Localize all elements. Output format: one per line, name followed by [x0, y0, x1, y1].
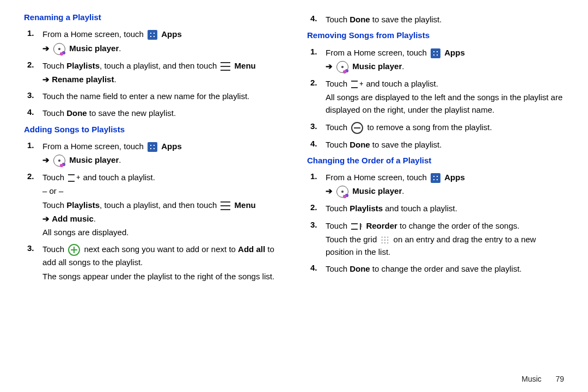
drag-grid-icon [381, 236, 389, 244]
steps-changing-order: 1. From a Home screen, touch Apps ➔ Musi… [307, 170, 564, 277]
step-number: 1. [307, 45, 326, 74]
step-number: 1. [24, 27, 42, 56]
text: and touch a playlist. [366, 79, 438, 88]
text: From a Home screen, touch [42, 29, 146, 39]
label-done: Done [66, 108, 87, 118]
label-reorder: Reorder [366, 221, 397, 230]
step-number: 3. [307, 120, 326, 135]
heading-renaming: Renaming a Playlist [24, 11, 281, 23]
text: Touch [42, 244, 66, 254]
heading-adding: Adding Songs to Playlists [24, 123, 281, 136]
label-menu: Menu [235, 200, 256, 210]
text: All songs are displayed to the left and … [326, 91, 564, 117]
manual-page: Renaming a Playlist 1. From a Home scree… [0, 0, 588, 392]
label-playlists: Playlists [66, 200, 100, 210]
text: to save the new playlist. [87, 108, 176, 118]
step: 3. Touch next each song you want to add … [24, 242, 281, 284]
text: Touch [326, 221, 350, 230]
step: 1. From a Home screen, touch Apps ➔ Musi… [24, 139, 281, 168]
label-done: Done [350, 264, 370, 273]
text: to remove a song from the playlist. [367, 122, 492, 132]
step: 2. Touch Playlists and touch a playlist. [307, 201, 564, 216]
step: 1. From a Home screen, touch Apps ➔ Musi… [307, 170, 564, 199]
step: 2. Touch Playlists, touch a playlist, an… [24, 58, 281, 87]
step: 1. From a Home screen, touch Apps ➔ Musi… [24, 27, 281, 56]
heading-removing: Removing Songs from Playlists [307, 29, 564, 41]
steps-removing: 1. From a Home screen, touch Apps ➔ Musi… [307, 45, 564, 152]
apps-icon [431, 173, 440, 183]
menu-icon [220, 62, 230, 71]
music-player-icon [53, 155, 65, 167]
step-number: 2. [24, 58, 42, 87]
label-add-all: Add all [238, 244, 265, 254]
label-music-player: Music player [69, 44, 119, 53]
text: to save the playlist. [370, 140, 442, 149]
label-done: Done [350, 15, 370, 24]
text: Touch [326, 122, 350, 132]
text-or: – or – [42, 185, 281, 197]
menu-icon [220, 201, 230, 210]
step-number: 1. [24, 139, 42, 168]
label-apps: Apps [444, 173, 465, 182]
step-number: 3. [24, 89, 42, 103]
label-apps: Apps [161, 142, 182, 151]
step-number: 4. [307, 12, 326, 27]
text: . [402, 186, 404, 195]
music-player-icon [336, 186, 348, 198]
text: . [94, 214, 96, 223]
text: . [114, 75, 116, 84]
right-column: 4. Touch Done to save the playlist. Remo… [307, 10, 564, 286]
text: All songs are displayed. [42, 226, 281, 238]
text: Touch [42, 173, 66, 182]
music-player-icon [53, 43, 65, 55]
label-rename-playlist: Rename playlist [52, 75, 114, 84]
text: From a Home screen, touch [326, 173, 429, 182]
step: 4. Touch Done to change the order and sa… [307, 261, 564, 276]
text: Touch [326, 204, 350, 213]
arrow-icon: ➔ [42, 75, 50, 84]
arrow-icon: ➔ [326, 62, 333, 71]
text: Touch [326, 140, 350, 149]
step-number: 1. [307, 170, 326, 199]
apps-icon [148, 142, 157, 152]
text: . [402, 62, 404, 71]
text: Touch [42, 61, 66, 70]
arrow-icon: ➔ [42, 44, 50, 53]
label-done: Done [350, 140, 370, 149]
add-circle-icon [68, 244, 80, 256]
label-music-player: Music player [352, 186, 402, 195]
label-music-player: Music player [352, 62, 402, 71]
text: Touch the name field to enter a new name… [42, 90, 281, 102]
text: From a Home screen, touch [42, 142, 146, 151]
page-footer: Music 79 [522, 375, 564, 383]
text: , touch a playlist, and then touch [100, 200, 219, 210]
label-playlists: Playlists [350, 204, 383, 213]
text: . [119, 44, 121, 53]
apps-icon [148, 30, 157, 40]
text: Touch [42, 200, 66, 210]
step-number: 3. [307, 218, 326, 260]
text: and touch a playlist. [383, 204, 457, 213]
step: 3. Touch the name field to enter a new n… [24, 89, 281, 103]
music-player-icon [336, 61, 348, 73]
text: Touch [326, 79, 350, 88]
step: 4. Touch Done to save the new playlist. [24, 106, 281, 120]
remove-circle-icon [351, 122, 363, 134]
text: The songs appear under the playlist to t… [42, 270, 281, 283]
reorder-icon: ↕ [351, 222, 362, 231]
label-menu: Menu [235, 61, 256, 70]
step: 3. Touch ↕ Reorder to change the order o… [307, 218, 564, 260]
label-music-player: Music player [69, 155, 119, 164]
step-number: 4. [307, 137, 326, 152]
step-number: 3. [24, 242, 42, 284]
step: 1. From a Home screen, touch Apps ➔ Musi… [307, 45, 564, 74]
step: 4. Touch Done to save the playlist. [307, 137, 564, 152]
text: to change the order and save the playlis… [370, 264, 522, 273]
arrow-icon: ➔ [326, 186, 333, 195]
step-number: 4. [307, 261, 326, 276]
text: and touch a playlist. [83, 173, 155, 182]
step-number: 4. [24, 106, 42, 120]
arrow-icon: ➔ [42, 214, 50, 223]
text: . [119, 155, 121, 164]
text: to change the order of the songs. [397, 221, 519, 230]
